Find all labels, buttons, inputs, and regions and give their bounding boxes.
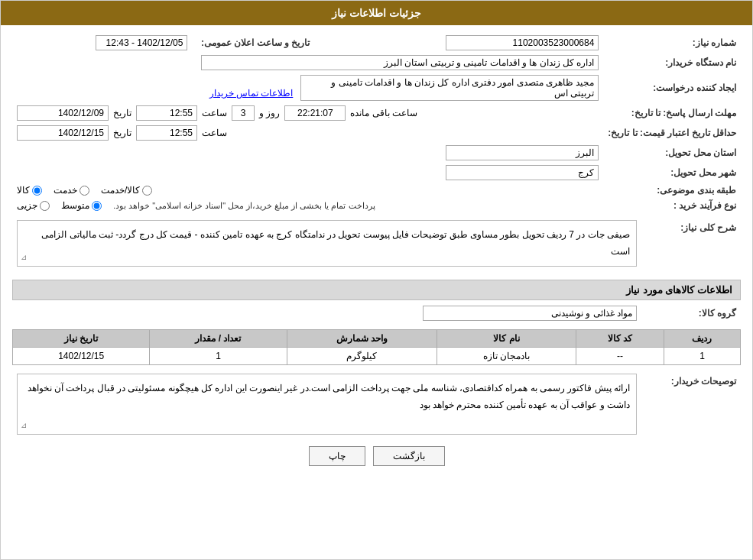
back-button[interactable]: بازگشت <box>373 446 445 466</box>
process-medium-radio[interactable] <box>92 201 102 211</box>
creator-value: مجید ظاهری متصدی امور دفتری اداره کل زند… <box>300 75 599 101</box>
goods-info-title: اطلاعات کالاهای مورد نیاز <box>12 280 741 300</box>
process-partial-radio[interactable] <box>40 201 50 211</box>
days-label: روز و <box>259 108 280 118</box>
print-button[interactable]: چاپ <box>309 446 365 466</box>
process-label: نوع فرآیند خرید : <box>603 198 741 213</box>
send-deadline-remaining: 22:21:07 <box>284 105 346 121</box>
send-deadline-date: 1402/12/09 <box>17 105 109 121</box>
row-code: -- <box>576 348 664 365</box>
send-deadline-time: 12:55 <box>136 105 197 121</box>
col-row: ردیف <box>664 330 740 348</box>
category-goods-label: کالا <box>17 185 30 196</box>
buyer-org-label: نام دستگاه خریدار: <box>603 53 741 73</box>
buyer-org-value: اداره کل زندان ها و اقدامات تامینی و ترب… <box>201 55 599 70</box>
announcement-value: 1402/12/05 - 12:43 <box>96 35 187 50</box>
page-title: جزئیات اطلاعات نیاز <box>332 7 421 19</box>
buttons-row: بازگشت چاپ <box>12 446 741 466</box>
category-goods-radio[interactable] <box>32 186 42 196</box>
buyer-notes-box: ارائه پیش فاکتور رسمی به همراه کدافتصادی… <box>17 374 637 435</box>
row-unit: کیلوگرم <box>287 348 437 365</box>
announcement-label: تاریخ و ساعت اعلان عمومی: <box>192 33 314 53</box>
city-value: کرج <box>446 165 599 180</box>
col-name: نام کالا <box>437 330 576 348</box>
category-service-label: خدمت <box>54 185 77 196</box>
send-deadline-days: 3 <box>232 105 255 121</box>
category-service-radio[interactable] <box>80 186 89 196</box>
time-label: ساعت <box>202 108 227 118</box>
time-label2: ساعت <box>202 128 227 138</box>
goods-group-label: گروه کالا: <box>641 303 741 323</box>
col-unit: واحد شمارش <box>287 330 437 348</box>
row-date: 1402/12/15 <box>13 348 150 365</box>
items-table: ردیف کد کالا نام کالا واحد شمارش تعداد /… <box>12 329 741 365</box>
row-num: 1 <box>664 348 740 365</box>
page-header: جزئیات اطلاعات نیاز <box>1 1 752 25</box>
goods-group-value: مواد غذائی و نوشیدنی <box>423 306 637 321</box>
remaining-label: ساعت باقی مانده <box>350 108 417 118</box>
category-service-option[interactable]: خدمت <box>54 185 89 196</box>
buyer-notes-label: توصیحات خریدار: <box>641 371 741 437</box>
process-partial-option[interactable]: جزیی <box>17 200 50 211</box>
price-validity-time: 12:55 <box>136 125 197 141</box>
process-note: پرداخت تمام یا بخشی از مبلغ خرید،از محل … <box>113 201 375 211</box>
creator-label: ایجاد کننده درخواست: <box>603 73 741 103</box>
general-desc-label: شرح کلی نیاز: <box>641 218 741 274</box>
province-label: استان محل تحویل: <box>603 143 741 163</box>
row-name: بادمجان تازه <box>437 348 576 365</box>
row-qty: 1 <box>150 348 287 365</box>
category-goods-service-radio[interactable] <box>142 186 152 196</box>
province-value: البرز <box>446 145 599 160</box>
price-validity-date: 1402/12/15 <box>17 125 109 141</box>
general-desc-value: صیفی جات در 7 ردیف تحویل بطور مساوی طبق … <box>41 229 630 257</box>
general-desc-box: صیفی جات در 7 ردیف تحویل بطور مساوی طبق … <box>17 220 637 267</box>
table-row: 1 -- بادمجان تازه کیلوگرم 1 1402/12/15 <box>13 348 741 365</box>
category-goods-option[interactable]: کالا <box>17 185 42 196</box>
buyer-notes-value: ارائه پیش فاکتور رسمی به همراه کدافتصادی… <box>28 383 630 410</box>
category-goods-service-label: کالا/خدمت <box>101 185 140 196</box>
process-medium-label: متوسط <box>61 200 89 211</box>
city-label: شهر محل تحویل: <box>603 163 741 183</box>
date-label2: تاریخ <box>113 128 131 138</box>
process-partial-label: جزیی <box>17 200 37 211</box>
category-goods-service-option[interactable]: کالا/خدمت <box>101 185 152 196</box>
date-label: تاریخ <box>113 108 131 118</box>
need-number-label: شماره نیاز: <box>603 33 741 53</box>
send-deadline-label: مهلت ارسال پاسخ: تا تاریخ: <box>603 103 741 123</box>
creator-link[interactable]: اطلاعات تماس خریدار <box>209 88 294 99</box>
price-validity-label: حداقل تاریخ اعتبار قیمت: تا تاریخ: <box>603 123 741 143</box>
col-code: کد کالا <box>576 330 664 348</box>
process-medium-option[interactable]: متوسط <box>61 200 102 211</box>
col-date: تاریخ نیاز <box>13 330 150 348</box>
category-label: طبقه بندی موضوعی: <box>603 183 741 198</box>
need-number-value: 1102003523000684 <box>446 35 599 50</box>
col-qty: تعداد / مقدار <box>150 330 287 348</box>
